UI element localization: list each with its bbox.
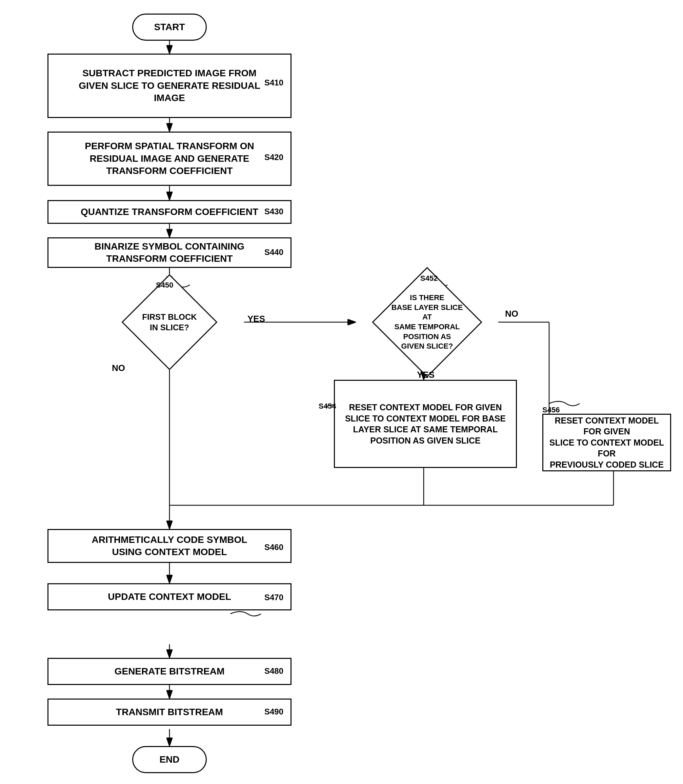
s410-text: SUBTRACT PREDICTED IMAGE FROMGIVEN SLICE…: [79, 67, 260, 104]
s454-label: S454: [319, 402, 336, 411]
s452-diamond: IS THEREBASE LAYER SLICE ATSAME TEMPORAL…: [356, 278, 498, 366]
s480-label: S480: [265, 666, 283, 676]
s460-node: ARITHMETICALLY CODE SYMBOLUSING CONTEXT …: [48, 529, 292, 563]
s470-label: S470: [265, 593, 283, 602]
s456-node: RESET CONTEXT MODEL FOR GIVENSLICE TO CO…: [542, 414, 671, 471]
s490-text: TRANSMIT BITSTREAM: [116, 706, 223, 718]
s410-label: S410: [265, 78, 283, 87]
s450-no: NO: [112, 363, 125, 373]
s450-label: S450: [156, 281, 173, 289]
s420-node: PERFORM SPATIAL TRANSFORM ONRESIDUAL IMA…: [48, 132, 292, 186]
s440-label: S440: [265, 247, 283, 257]
s430-text: QUANTIZE TRANSFORM COEFFICIENT: [81, 206, 258, 218]
s440-text: BINARIZE SYMBOL CONTAININGTRANSFORM COEF…: [95, 240, 244, 265]
s452-yes: YES: [417, 370, 434, 380]
s456-text: RESET CONTEXT MODEL FOR GIVENSLICE TO CO…: [547, 415, 666, 470]
s410-node: SUBTRACT PREDICTED IMAGE FROMGIVEN SLICE…: [48, 54, 292, 118]
s430-node: QUANTIZE TRANSFORM COEFFICIENT: [48, 200, 292, 224]
s490-node: TRANSMIT BITSTREAM: [48, 699, 292, 726]
s450-diamond: FIRST BLOCKIN SLICE?: [95, 285, 244, 360]
s470-node: UPDATE CONTEXT MODEL: [48, 583, 292, 610]
s490-label: S490: [265, 707, 283, 717]
s452-label: S452: [420, 274, 438, 283]
end-label: END: [159, 754, 179, 765]
start-label: START: [154, 22, 185, 32]
s440-node: BINARIZE SYMBOL CONTAININGTRANSFORM COEF…: [48, 237, 292, 268]
s420-text: PERFORM SPATIAL TRANSFORM ONRESIDUAL IMA…: [85, 140, 254, 177]
s460-text: ARITHMETICALLY CODE SYMBOLUSING CONTEXT …: [92, 534, 247, 559]
s450-yes: YES: [247, 314, 265, 324]
s460-label: S460: [265, 543, 283, 552]
start-node: START: [132, 14, 207, 41]
s420-label: S420: [265, 153, 283, 162]
end-node: END: [132, 746, 207, 773]
s480-text: GENERATE BITSTREAM: [115, 665, 225, 678]
s430-label: S430: [265, 207, 283, 216]
s454-text: RESET CONTEXT MODEL FOR GIVENSLICE TO CO…: [345, 402, 506, 446]
s454-node: RESET CONTEXT MODEL FOR GIVENSLICE TO CO…: [334, 380, 517, 468]
s480-node: GENERATE BITSTREAM: [48, 658, 292, 685]
s470-text: UPDATE CONTEXT MODEL: [108, 591, 231, 603]
s452-no: NO: [505, 308, 518, 319]
s456-label: S456: [542, 406, 560, 414]
